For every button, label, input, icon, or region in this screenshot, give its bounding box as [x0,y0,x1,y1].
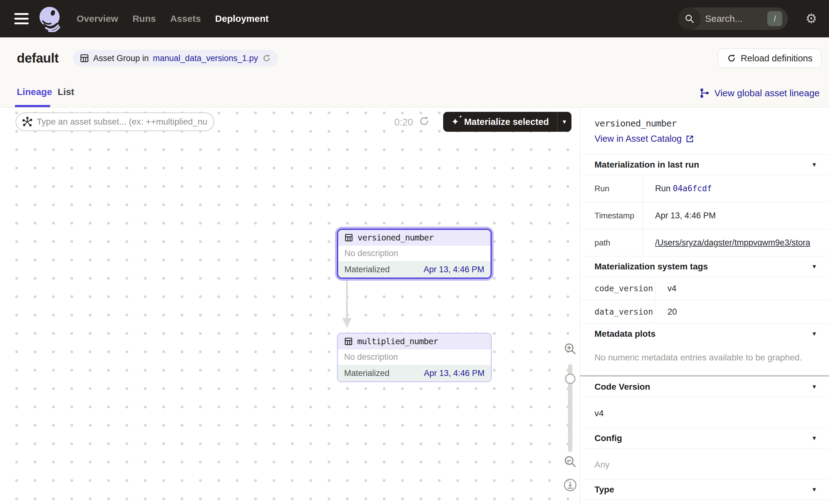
asset-grid-icon [345,233,353,242]
section-metadata-plots[interactable]: Metadata plots ▼ [580,324,829,344]
section-heading: Type [594,485,614,495]
asset-name: versioned_number [358,233,433,242]
materialize-label: Materialize selected [464,117,549,127]
row-key: data_version [580,300,655,324]
asset-materialization-time[interactable]: Apr 13, 4:46 PM [424,368,484,378]
table-row: Timestamp Apr 13, 4:46 PM [580,202,829,229]
nav-item-assets[interactable]: Assets [170,13,201,24]
section-code-version[interactable]: Code Version ▼ [580,376,829,397]
chevron-down-icon: ▼ [811,486,817,493]
asset-detail-sidebar: versioned_number View in Asset Catalog M… [580,107,829,504]
view-in-asset-catalog-link[interactable]: View in Asset Catalog [594,134,694,144]
section-heading: Materialization in last run [594,160,699,170]
materialize-selected-button[interactable]: ✦ Materialize selected ▾ [443,112,572,132]
refresh-timer: 0:20 [394,117,413,128]
metadata-plots-empty-message: No numeric metadata entries available to… [580,344,829,375]
asset-materialization-time[interactable]: Apr 13, 4:46 PM [424,265,484,275]
hamburger-menu-icon[interactable] [14,13,29,24]
section-heading: Metadata plots [594,329,655,339]
op-selector-icon [23,117,32,127]
table-row: Run Run 04a6fcdf [580,175,829,202]
section-materialization-in-last-run[interactable]: Materialization in last run ▼ [580,154,829,175]
row-key: path [580,229,643,256]
run-id-link[interactable]: 04a6fcdf [673,184,712,193]
badge-text: Asset Group in [93,53,149,63]
table-row: data_version 20 [580,300,829,324]
chevron-down-icon: ▼ [811,384,817,390]
asset-node-header: versioned_number [338,230,491,246]
refresh-icon[interactable] [262,54,271,63]
timestamp-value: Apr 13, 4:46 PM [643,202,829,229]
lineage-edge-arrow [341,279,354,329]
row-key: Run [580,175,643,202]
asset-status: Materialized [344,368,390,378]
chevron-down-icon: ▼ [811,435,817,442]
chevron-down-icon: ▼ [811,263,817,270]
global-search[interactable]: / [678,7,788,30]
run-value-prefix: Run [655,184,671,193]
code-version-value: v4 [655,277,829,300]
materialize-dropdown-caret[interactable]: ▾ [557,112,572,132]
system-tags-table: code_version v4 data_version 20 [580,277,829,324]
external-link-icon [685,135,694,143]
asset-grid-icon [344,337,353,346]
nav-item-overview[interactable]: Overview [77,13,118,24]
page-header: default Asset Group in manual_data_versi… [0,37,829,107]
nav-item-deployment[interactable]: Deployment [215,13,269,24]
row-key: code_version [580,277,655,300]
zoom-out-icon[interactable] [558,455,580,468]
view-global-asset-lineage-link[interactable]: View global asset lineage [700,88,820,99]
sparkle-icon: ✦ [451,117,459,127]
asset-subset-input[interactable] [37,117,207,127]
asset-node-header: multiplied_number [338,334,491,349]
asset-description: No description [338,349,491,365]
section-config[interactable]: Config ▼ [580,428,829,448]
asset-node-versioned-number[interactable]: versioned_number No description Material… [337,229,492,279]
refresh-graph-icon[interactable] [419,115,430,127]
dagster-logo-icon[interactable] [37,5,64,32]
page-title: default [17,51,59,66]
global-lineage-label: View global asset lineage [714,88,820,99]
asset-grid-icon [80,53,89,63]
tab-lineage[interactable]: Lineage [17,86,52,97]
section-heading: Code Version [594,382,650,392]
zoom-in-icon[interactable] [558,342,580,355]
gear-icon[interactable]: ⚙ [805,12,817,25]
row-key: Timestamp [580,202,643,229]
path-link[interactable]: /Users/sryza/dagster/tmppvqwm9e3/stora [655,238,829,248]
reload-definitions-button[interactable]: Reload definitions [718,48,822,68]
lineage-canvas[interactable]: 0:20 ✦ Materialize selected ▾ [0,107,580,504]
search-input[interactable] [701,13,767,24]
search-icon [678,7,701,30]
asset-status: Materialized [345,265,390,275]
zoom-slider-thumb[interactable] [565,373,576,384]
lineage-graph-icon [700,88,710,98]
section-heading: Materialization system tags [594,262,708,272]
asset-name: multiplied_number [357,336,438,346]
zoom-slider[interactable] [568,364,572,452]
sidebar-asset-title: versioned_number [594,118,817,129]
download-image-icon[interactable] [558,478,580,492]
section-heading: Config [594,433,622,443]
reload-icon [727,53,736,63]
asset-group-badge: Asset Group in manual_data_versions_1.py [73,50,278,67]
section-type[interactable]: Type ▼ [580,479,829,500]
nav-item-runs[interactable]: Runs [132,13,156,24]
config-value: Any [580,448,829,479]
active-tab-underline [15,105,50,107]
last-run-table: Run Run 04a6fcdf Timestamp Apr 13, 4:46 … [580,175,829,256]
search-shortcut-badge: / [767,11,782,26]
asset-subset-filter[interactable] [15,112,214,131]
reload-definitions-label: Reload definitions [741,53,813,64]
table-row: path /Users/sryza/dagster/tmppvqwm9e3/st… [580,229,829,256]
badge-file-link[interactable]: manual_data_versions_1.py [153,53,258,63]
asset-node-footer: Materialized Apr 13, 4:46 PM [338,261,491,278]
asset-description: No description [338,246,491,261]
table-row: code_version v4 [580,277,829,300]
chevron-down-icon: ▼ [811,161,817,168]
nav-items: Overview Runs Assets Deployment [77,13,269,24]
top-nav: Overview Runs Assets Deployment / ⚙ [0,0,829,37]
tab-list[interactable]: List [58,86,74,97]
section-materialization-system-tags[interactable]: Materialization system tags ▼ [580,256,829,277]
asset-node-multiplied-number[interactable]: multiplied_number No description Materia… [337,333,492,382]
